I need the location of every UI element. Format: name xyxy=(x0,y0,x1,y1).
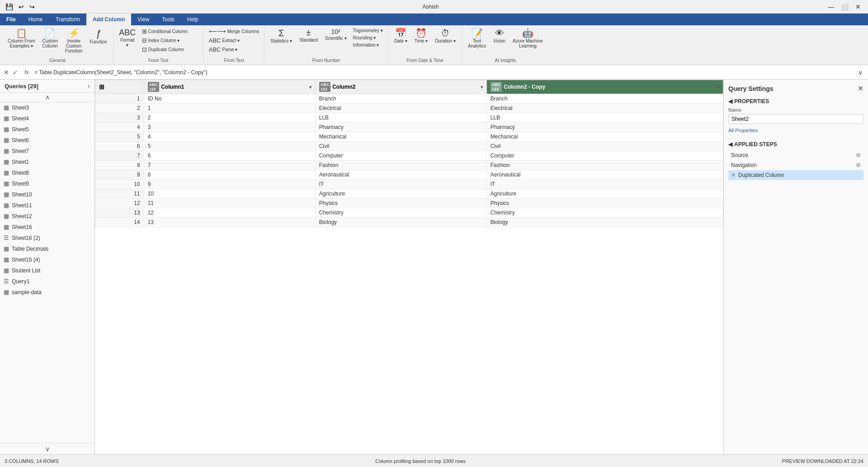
table-select-icon[interactable]: ⊞ xyxy=(99,83,104,91)
sidebar-item-student-list[interactable]: ▦Student List xyxy=(0,265,94,276)
save-icon[interactable]: 💾 xyxy=(4,2,15,11)
formula-bar-icons[interactable]: ✕ ✓ xyxy=(3,68,19,77)
tab-home[interactable]: Home xyxy=(22,14,49,25)
parse-button[interactable]: ABC Parse ▾ xyxy=(207,45,262,54)
sidebar-item-sheet16-2[interactable]: ☰Sheet16 (2) xyxy=(0,233,94,243)
sidebar-item-sheet8[interactable]: ▦Sheet8 xyxy=(0,167,94,178)
column1-header[interactable]: ABC123 Column1 ▾ xyxy=(144,80,315,94)
step-source-gear-icon[interactable]: ⚙ xyxy=(856,152,861,158)
step-source[interactable]: Source ⚙ xyxy=(728,150,863,160)
row-number-cell: 7 xyxy=(95,151,144,161)
index-column-button[interactable]: ⊟ Index Column ▾ xyxy=(140,36,190,45)
standard-button[interactable]: ± Standard xyxy=(296,27,321,44)
text-analytics-button[interactable]: 📝 TextAnalytics xyxy=(465,27,489,50)
maximize-button[interactable]: ⬜ xyxy=(838,0,851,13)
undo-icon[interactable]: ↩ xyxy=(17,2,26,11)
vision-button[interactable]: 👁 Vision xyxy=(490,27,509,45)
formula-input[interactable] xyxy=(34,69,853,76)
custom-column-button[interactable]: 📄 CustomColumn xyxy=(39,27,61,50)
query-settings-panel: Query Settings ✕ ◀ PROPERTIES Name All P… xyxy=(723,80,868,454)
sidebar-item-sheet7[interactable]: ▦Sheet7 xyxy=(0,146,94,157)
step-navigation[interactable]: Navigation ⚙ xyxy=(728,160,863,170)
scientific-button[interactable]: 10² Scientific ▾ xyxy=(322,27,350,42)
from-text-group-label: From Text xyxy=(116,57,201,63)
column2-cell: Biology xyxy=(315,218,486,227)
column2-header[interactable]: ABC123 Column2 ▾ xyxy=(315,80,486,94)
tab-help[interactable]: Help xyxy=(181,14,205,25)
formula-fx-label: fx xyxy=(24,69,29,76)
formula-confirm-icon[interactable]: ✓ xyxy=(12,68,19,77)
column-from-examples-button[interactable]: 📋 Column FromExamples ▾ xyxy=(5,27,38,50)
sidebar-item-sheet16-4[interactable]: ▦Sheet16 (4) xyxy=(0,254,94,265)
parse-label: Parse ▾ xyxy=(222,47,238,52)
column1-filter-button[interactable]: ▾ xyxy=(309,85,311,90)
tab-view[interactable]: View xyxy=(131,14,156,25)
formula-cancel-icon[interactable]: ✕ xyxy=(3,68,10,77)
data-table-wrapper[interactable]: ⊞ ABC123 Column1 ▾ xyxy=(95,80,723,454)
time-button[interactable]: ⏰ Time ▾ xyxy=(411,27,431,45)
sidebar-up-button[interactable]: ∧ xyxy=(0,93,94,102)
merge-columns-button[interactable]: ⟵⟶ Merge Columns xyxy=(207,27,262,36)
step-navigation-gear-icon[interactable]: ⚙ xyxy=(856,162,861,168)
sidebar-item-sample-data[interactable]: ▦sample-data xyxy=(0,287,94,298)
list-icon-query1: ☰ xyxy=(4,278,9,285)
column2-copy-header[interactable]: ABC123 Column2 - Copy ▾ xyxy=(486,80,723,94)
row-number-cell: 2 xyxy=(95,104,144,113)
sidebar-item-query1[interactable]: ☰Query1 xyxy=(0,276,94,287)
name-input[interactable] xyxy=(728,114,863,124)
redo-icon[interactable]: ↪ xyxy=(28,2,37,11)
step-duplicated-x-icon[interactable]: ✕ xyxy=(731,172,736,178)
sidebar-collapse-button[interactable]: ‹ xyxy=(88,82,90,90)
query-settings-close-button[interactable]: ✕ xyxy=(858,84,863,93)
tab-add-column[interactable]: Add Column xyxy=(86,14,131,25)
sidebar-down-button[interactable]: ∨ xyxy=(0,443,94,454)
duplicate-column-label: Duplicate Column xyxy=(148,47,184,52)
invoke-custom-function-button[interactable]: ⚡ InvokeCustomFunction xyxy=(62,27,85,55)
column2-filter-button[interactable]: ▾ xyxy=(481,85,483,90)
window-controls[interactable]: — ⬜ ✕ xyxy=(825,0,864,13)
azure-ml-button[interactable]: 🤖 Azure MachineLearning xyxy=(509,27,546,50)
all-properties-link[interactable]: All Properties xyxy=(728,128,863,133)
sidebar-item-sheet5[interactable]: ▦Sheet5 xyxy=(0,124,94,135)
table-icon-sheet11: ▦ xyxy=(4,202,9,209)
minimize-button[interactable]: — xyxy=(825,0,837,13)
sidebar-item-sheet1[interactable]: ▦Sheet1 xyxy=(0,157,94,167)
sidebar-item-sheet3[interactable]: ▦Sheet3 xyxy=(0,102,94,113)
column2-cell: Civil xyxy=(315,142,486,151)
formula-expand-button[interactable]: ∨ xyxy=(855,68,865,77)
table-row: 87FashionFashion xyxy=(95,161,723,170)
step-duplicated-column-label: Duplicated Column xyxy=(738,172,784,178)
step-duplicated-column[interactable]: ✕ Duplicated Column xyxy=(728,170,863,180)
trigonometry-button[interactable]: Trigonometry ▾ xyxy=(351,27,385,34)
tab-tools[interactable]: Tools xyxy=(156,14,181,25)
table-icon-sheet16: ▦ xyxy=(4,224,9,230)
tab-file[interactable]: File xyxy=(0,14,22,25)
sidebar-item-sheet4[interactable]: ▦Sheet4 xyxy=(0,113,94,124)
sidebar-item-sheet10[interactable]: ▦Sheet10 xyxy=(0,189,94,200)
duration-button[interactable]: ⏱ Duration ▾ xyxy=(432,27,459,45)
conditional-column-button[interactable]: ⊞ Conditional Column xyxy=(140,27,190,36)
sidebar-item-sheet9[interactable]: ▦Sheet9 xyxy=(0,178,94,189)
column2-cell: Pharmacy xyxy=(315,123,486,132)
sidebar-item-sheet12[interactable]: ▦Sheet12 xyxy=(0,211,94,222)
sidebar-item-sheet6[interactable]: ▦Sheet6 xyxy=(0,135,94,146)
index-column-icon: ⊟ xyxy=(142,37,147,44)
rounding-button[interactable]: Rounding ▾ xyxy=(351,34,385,41)
tab-transform[interactable]: Transform xyxy=(49,14,86,25)
column2-copy-cell: Physics xyxy=(486,199,723,208)
close-button[interactable]: ✕ xyxy=(852,0,864,13)
title-bar-quick-access[interactable]: 💾 ↩ ↪ xyxy=(4,2,37,11)
information-button[interactable]: Information ▾ xyxy=(351,42,385,48)
format-button[interactable]: ABC Format ▾ xyxy=(116,27,139,49)
duplicate-column-button[interactable]: ⊡ Duplicate Column xyxy=(140,45,190,54)
column2-copy-filter-button[interactable]: ▾ xyxy=(717,85,719,90)
step-source-label: Source xyxy=(731,152,748,158)
extract-button[interactable]: ABC Extract ▾ xyxy=(207,36,262,45)
sidebar-item-sheet16[interactable]: ▦Sheet16 xyxy=(0,222,94,233)
statistics-button[interactable]: Σ Statistics ▾ xyxy=(267,27,295,45)
sidebar-item-table-decimals[interactable]: ▦Table Decimals xyxy=(0,243,94,254)
custom-function-button[interactable]: ƒ Function xyxy=(86,27,110,46)
sidebar-item-sheet11[interactable]: ▦Sheet11 xyxy=(0,200,94,211)
date-button[interactable]: 📅 Date ▾ xyxy=(391,27,410,45)
table-icon-sheet12: ▦ xyxy=(4,213,9,219)
